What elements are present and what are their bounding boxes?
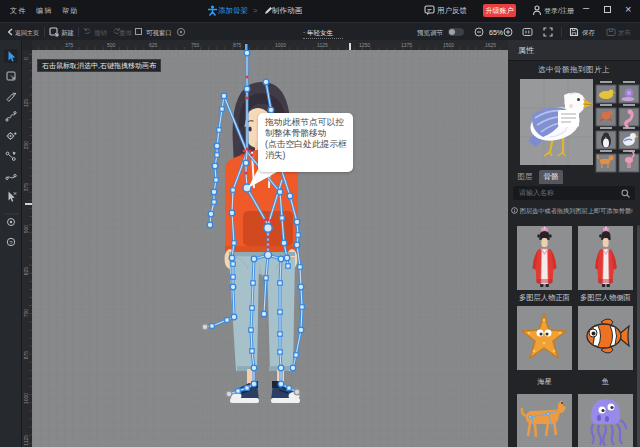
svg-text:1125: 1125 bbox=[23, 435, 29, 446]
svg-text:?: ? bbox=[9, 240, 13, 246]
svg-text:750: 750 bbox=[23, 309, 29, 318]
svg-text:500: 500 bbox=[23, 225, 29, 234]
svg-text:250: 250 bbox=[23, 141, 29, 150]
svg-text:625: 625 bbox=[23, 267, 29, 276]
svg-text:875: 875 bbox=[23, 351, 29, 360]
svg-text:125: 125 bbox=[23, 99, 29, 108]
svg-text:1000: 1000 bbox=[23, 393, 29, 404]
svg-text:0: 0 bbox=[23, 57, 29, 60]
svg-text:375: 375 bbox=[23, 183, 29, 192]
